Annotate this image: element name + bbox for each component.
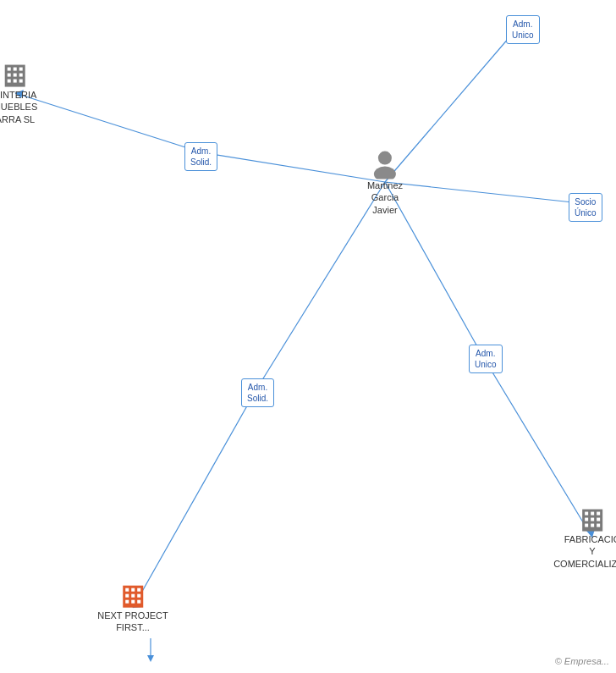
building-icon-gray-2 — [579, 506, 606, 533]
svg-line-1 — [201, 152, 385, 182]
company-bottom-right[interactable]: FABRICACIOYCOMERCIALIZA... — [553, 506, 616, 570]
building-icon-gray — [2, 62, 29, 89]
center-person-label: Martinez Garcia Javier — [367, 179, 403, 216]
company-bottom-right-label: FABRICACIOYCOMERCIALIZA... — [553, 533, 616, 570]
svg-rect-43 — [597, 524, 600, 527]
svg-rect-42 — [591, 524, 594, 527]
svg-point-12 — [378, 152, 392, 165]
company-bottom-left-label: NEXT PROJECTFIRST... — [97, 610, 168, 634]
svg-line-3 — [385, 182, 580, 203]
svg-rect-30 — [137, 594, 140, 598]
svg-line-5 — [133, 389, 256, 608]
svg-rect-35 — [585, 512, 588, 516]
svg-rect-21 — [8, 80, 11, 83]
company-top-left[interactable]: PINTERIAMUEBLESARRA SL — [0, 62, 37, 125]
svg-rect-26 — [131, 588, 135, 592]
connections-svg — [0, 0, 616, 673]
svg-rect-27 — [137, 588, 140, 592]
svg-rect-37 — [597, 512, 600, 516]
badge-mid-left[interactable]: Adm. Solid. — [184, 142, 217, 171]
badge-lower-right[interactable]: Adm. Unico — [469, 345, 503, 373]
svg-point-13 — [374, 167, 396, 179]
svg-rect-18 — [8, 74, 11, 77]
svg-rect-15 — [8, 68, 11, 71]
company-top-left-label: PINTERIAMUEBLESARRA SL — [0, 89, 37, 125]
svg-line-2 — [15, 93, 201, 152]
badge-top-right[interactable]: Adm. Unico — [506, 15, 540, 44]
svg-rect-36 — [591, 512, 594, 516]
svg-rect-20 — [19, 74, 23, 77]
svg-marker-45 — [147, 655, 154, 662]
watermark: © Empresa... — [555, 656, 609, 666]
svg-rect-29 — [131, 594, 135, 598]
bottom-arrow — [142, 638, 159, 664]
building-icon-orange — [119, 582, 146, 610]
person-icon — [370, 149, 400, 179]
svg-rect-19 — [14, 74, 17, 77]
svg-rect-28 — [125, 594, 129, 598]
svg-rect-38 — [585, 518, 588, 521]
center-person-node[interactable]: Martinez Garcia Javier — [367, 149, 403, 216]
svg-rect-31 — [125, 600, 129, 604]
svg-rect-17 — [19, 68, 23, 71]
svg-rect-22 — [14, 80, 17, 83]
svg-rect-16 — [14, 68, 17, 71]
svg-line-0 — [385, 25, 520, 182]
badge-right[interactable]: Socio Único — [569, 193, 602, 222]
badge-lower-left[interactable]: Adm. Solid. — [241, 378, 274, 407]
svg-rect-25 — [125, 588, 129, 592]
svg-line-4 — [256, 182, 385, 389]
company-bottom-left[interactable]: NEXT PROJECTFIRST... — [97, 582, 168, 634]
svg-rect-41 — [585, 524, 588, 527]
svg-rect-32 — [131, 600, 135, 604]
svg-rect-23 — [19, 80, 23, 83]
svg-rect-39 — [591, 518, 594, 521]
svg-rect-40 — [597, 518, 600, 521]
svg-rect-33 — [137, 600, 140, 604]
